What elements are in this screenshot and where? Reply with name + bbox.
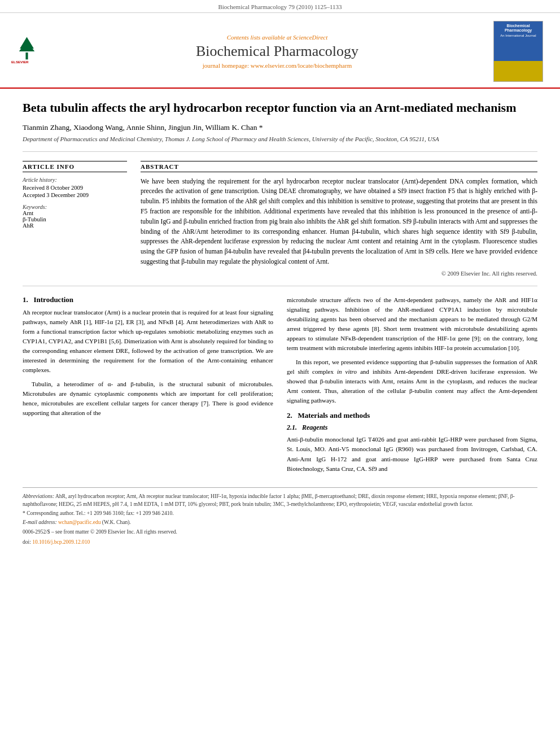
article-info-header: ARTICLE INFO [23,161,127,172]
body-left-col: 1. Introduction Ah receptor nuclear tran… [23,295,273,478]
section2-1-title-text: Reagents [302,423,327,431]
email-line: E-mail address: wchan@pacific.edu (W.K. … [23,518,537,526]
accepted-date: Accepted 3 December 2009 [23,192,127,198]
sciencedirect-link-text: ScienceDirect [293,34,327,41]
homepage-url: www.elsevier.com/locate/biochempharm [251,62,352,69]
article-history-label: Article history: [23,177,127,183]
journal-header: ELSEVIER Contents lists available at Sci… [0,13,560,89]
cover-bottom-section [494,61,542,81]
email-person: (W.K. Chan). [102,519,131,525]
doi-value: 10.1016/j.bcp.2009.12.010 [32,539,90,545]
homepage-prefix: journal homepage: [203,62,251,69]
doi-line: doi: 10.1016/j.bcp.2009.12.010 [23,538,537,546]
section2-1-number: 2.1. [287,423,297,431]
doi-label: doi: [23,539,31,545]
section2-title: 2. Materials and methods [287,411,537,420]
svg-rect-1 [25,52,28,59]
section1-body: Ah receptor nuclear translocator (Arnt) … [23,308,273,418]
body-divider [23,286,537,286]
section2-area: 2. Materials and methods 2.1. Reagents A… [287,411,537,473]
footer-notes: Abbreviations: AhR, aryl hydrocarbon rec… [23,487,537,547]
email-label: E-mail address: [23,519,57,525]
corresponding-author-line: * Corresponding author. Tel.: +1 209 946… [23,509,537,517]
section1-para1: Ah receptor nuclear translocator (Arnt) … [23,308,273,375]
keyword-btubulin: β-Tubulin [23,216,127,222]
section2-title-text: Materials and methods [298,411,370,420]
cover-top-section: BiochemicalPharmacology An International… [494,21,542,61]
keywords-section: Keywords: Arnt β-Tubulin AhR [23,204,127,229]
page: Biochemical Pharmacology 79 (2010) 1125–… [0,0,560,747]
abbreviations-label: Abbreviations: [23,493,54,499]
journal-reference-bar: Biochemical Pharmacology 79 (2010) 1125–… [0,0,560,13]
journal-reference-text: Biochemical Pharmacology 79 (2010) 1125–… [218,3,342,10]
body-right-col: microtubule structure affects two of the… [287,295,537,478]
issn-line: 0006-2952/$ – see front matter © 2009 El… [23,528,537,536]
sciencedirect-line: Contents lists available at ScienceDirec… [73,34,481,41]
article-title: Beta tubulin affects the aryl hydrocarbo… [23,100,537,116]
abbreviations-line: Abbreviations: AhR, aryl hydrocarbon rec… [23,492,537,509]
section1-para2: Tubulin, a heterodimer of α- and β-tubul… [23,379,273,418]
article-authors: Tianmin Zhang, Xiaodong Wang, Annie Shin… [23,123,537,132]
sciencedirect-prefix: Contents lists available at [227,34,293,41]
journal-header-center: Contents lists available at ScienceDirec… [73,34,481,69]
email-address: wchan@pacific.edu [58,519,100,525]
journal-cover-area: BiochemicalPharmacology An International… [481,21,543,82]
abstract-header: ABSTRACT [141,161,537,172]
section1-right-body: microtubule structure affects two of the… [287,295,537,406]
abbreviations-text: AhR, aryl hydrocarbon receptor; Arnt, Ah… [23,493,515,507]
journal-title: Biochemical Pharmacology [73,43,481,60]
article-content: Beta tubulin affects the aryl hydrocarbo… [0,89,560,558]
abstract-text: We have been studying the requirement fo… [141,177,537,267]
section1-right-para1: microtubule structure affects two of the… [287,295,537,353]
copyright-line: © 2009 Elsevier Inc. All rights reserved… [141,270,537,277]
keyword-arnt: Arnt [23,210,127,216]
authors-text: Tianmin Zhang, Xiaodong Wang, Annie Shin… [23,123,263,132]
journal-homepage-line: journal homepage: www.elsevier.com/locat… [73,62,481,69]
section2-1-body: Anti-β-tubulin monoclonal IgG T4026 and … [287,435,537,473]
section1-right-para2: In this report, we presented evidence su… [287,357,537,405]
article-info-abstract: ARTICLE INFO Article history: Received 8… [23,161,537,277]
abstract-column: ABSTRACT We have been studying the requi… [141,161,537,277]
section2-1-para1: Anti-β-tubulin monoclonal IgG T4026 and … [287,435,537,473]
keyword-ahr: AhR [23,222,127,229]
section-divider [23,151,537,152]
section2-number: 2. [287,411,292,420]
article-affiliation: Department of Pharmaceutics and Medicina… [23,136,537,142]
svg-text:ELSEVIER: ELSEVIER [11,59,29,63]
body-two-col: 1. Introduction Ah receptor nuclear tran… [23,295,537,478]
received-date: Received 8 October 2009 [23,185,127,191]
article-info-column: ARTICLE INFO Article history: Received 8… [23,161,127,277]
section1-title-text: Introduction [34,295,74,304]
keywords-label: Keywords: [23,204,127,210]
elsevier-logo-icon: ELSEVIER [11,35,42,66]
section1-number: 1. [23,295,28,304]
cover-journal-label: BiochemicalPharmacology [505,24,532,33]
section1-title: 1. Introduction [23,295,273,304]
abstract-body: We have been studying the requirement fo… [141,178,537,265]
journal-cover-image: BiochemicalPharmacology An International… [493,21,543,82]
section2-1-title: 2.1. Reagents [287,423,537,432]
elsevier-logo-area: ELSEVIER [11,35,73,68]
cover-subtitle: An International Journal [500,34,536,37]
